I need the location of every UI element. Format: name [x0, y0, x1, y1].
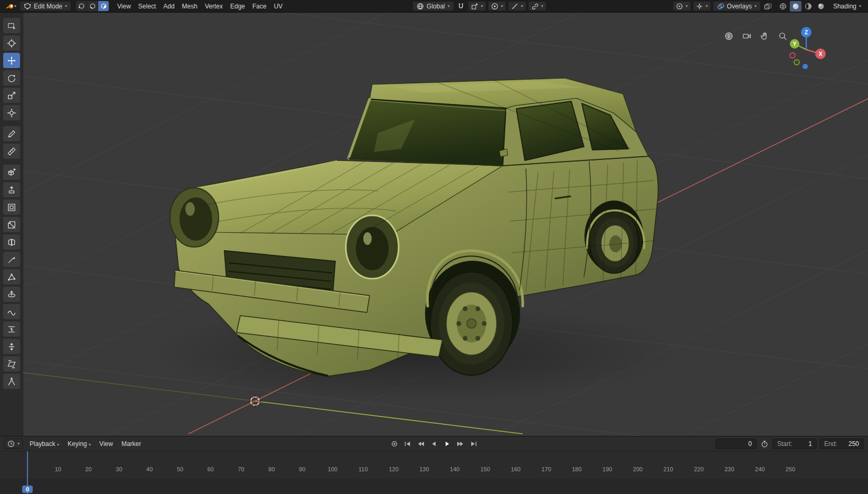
shading-material-button[interactable] [803, 1, 814, 12]
frame-tick-30: 30 [116, 466, 122, 472]
tool-add-cube[interactable] [3, 165, 20, 180]
snap-toggle[interactable] [456, 1, 466, 12]
timeline-ruler[interactable]: 0 10203040506070809010011012013014015016… [0, 451, 868, 494]
end-label: End: [824, 440, 837, 448]
frame-tick-140: 140 [450, 466, 459, 472]
tool-transform[interactable] [3, 105, 20, 120]
menu-add[interactable]: Add [159, 1, 178, 12]
timeline-menu-keying[interactable]: Keying ▾ [64, 438, 95, 450]
windshield [348, 99, 506, 166]
proportional-editing-toggle[interactable]: ▾ [488, 1, 506, 11]
snap-target-select[interactable]: ▾ [468, 1, 486, 11]
shading-solid-button[interactable] [790, 1, 801, 12]
overlays-toggle[interactable]: Overlays ▾ [713, 1, 761, 11]
orientation-label: Global [427, 3, 445, 10]
current-frame-value: 0 [748, 440, 752, 448]
falloff-curve-select[interactable]: ▾ [508, 1, 526, 11]
shading-wireframe-button[interactable] [777, 1, 789, 12]
mode-label: Edit Mode [34, 3, 62, 10]
timeline-menu-marker[interactable]: Marker [118, 438, 145, 450]
snap-link-options[interactable]: ▾ [528, 1, 546, 11]
current-frame-field[interactable]: 0 [715, 439, 757, 449]
play-button[interactable] [441, 439, 453, 449]
timeline-menus: Playback ▾Keying ▾ViewMarker [26, 438, 145, 450]
orientation-select[interactable]: Global ▾ [412, 1, 454, 11]
app-logo-icon[interactable]: ▾ [4, 1, 18, 12]
menu-view[interactable]: View [114, 1, 135, 12]
tool-extrude-region[interactable] [3, 182, 20, 197]
tool-rip-region[interactable] [3, 374, 20, 389]
tool-shrink-fatten[interactable] [3, 339, 20, 354]
tool-knife[interactable] [3, 252, 20, 267]
tool-shear[interactable] [3, 356, 20, 372]
topbar: ▾ Edit Mode ▾ ViewSelectAddMeshVert [0, 0, 868, 13]
viewport-canvas[interactable] [23, 13, 868, 436]
auto-keying-button[interactable] [389, 439, 400, 449]
jump-to-end-button[interactable] [468, 439, 479, 449]
frame-tick-160: 160 [511, 466, 521, 472]
tool-poly-build[interactable] [3, 269, 20, 284]
tool-loop-cut[interactable] [3, 234, 20, 250]
tool-edge-slide[interactable] [3, 321, 20, 337]
tool-rotate[interactable] [3, 70, 20, 86]
playhead-frame-chip: 0 [22, 486, 33, 493]
tool-smooth[interactable] [3, 304, 20, 319]
mode-select[interactable]: Edit Mode ▾ [20, 1, 71, 11]
frame-tick-200: 200 [633, 466, 643, 472]
tool-scale[interactable] [3, 88, 20, 103]
tool-annotate[interactable] [3, 126, 20, 141]
editor-type-select[interactable]: ▾ [4, 439, 23, 449]
tool-move[interactable] [3, 53, 20, 68]
gizmos-toggle[interactable]: ▾ [693, 1, 711, 11]
pan-hand-icon[interactable] [758, 30, 771, 42]
timeline-menu-view[interactable]: View [96, 438, 117, 450]
menu-uv[interactable]: UV [270, 1, 287, 12]
frame-tick-80: 80 [268, 466, 275, 472]
start-frame-field[interactable]: Start: 1 [772, 439, 817, 449]
xray-toggle[interactable] [762, 1, 773, 12]
vertex-select-button[interactable] [76, 1, 87, 11]
edge-select-button[interactable] [87, 1, 98, 11]
gizmo-y-neg[interactable] [794, 60, 799, 65]
next-keyframe-button[interactable] [455, 439, 466, 449]
camera-view-icon[interactable] [740, 30, 753, 42]
orthographic-toggle-icon[interactable] [722, 30, 735, 42]
menu-select[interactable]: Select [135, 1, 159, 12]
tool-cursor[interactable] [3, 35, 20, 51]
shading-label: Shading [833, 3, 856, 10]
end-value: 250 [848, 440, 859, 448]
gizmo-x-label: X [819, 51, 823, 57]
gizmo-z-neg[interactable] [803, 64, 808, 69]
viewport-3d[interactable]: Z X Y [23, 13, 868, 436]
menu-edge[interactable]: Edge [227, 1, 249, 12]
tool-bevel[interactable] [3, 217, 20, 232]
prev-keyframe-button[interactable] [415, 439, 427, 449]
menu-face[interactable]: Face [249, 1, 270, 12]
timeline-menubar: ▾ Playback ▾Keying ▾ViewMarker 0 Start: … [0, 436, 868, 451]
start-value: 1 [808, 440, 812, 448]
frame-tick-130: 130 [419, 466, 429, 472]
shading-rendered-button[interactable] [815, 1, 827, 12]
timeline-editor: ▾ Playback ▾Keying ▾ViewMarker 0 Start: … [0, 436, 868, 494]
play-reverse-button[interactable] [428, 439, 440, 449]
start-label: Start: [777, 440, 792, 448]
frame-tick-180: 180 [572, 466, 581, 472]
shading-popover-button[interactable]: Shading ▾ [831, 3, 864, 10]
preview-range-toggle[interactable] [759, 439, 770, 449]
face-select-button[interactable] [98, 1, 109, 11]
end-frame-field[interactable]: End: 250 [819, 439, 864, 449]
app-menu-caret: ▾ [14, 4, 16, 8]
pivot-point-select[interactable]: ▾ [673, 1, 691, 11]
tool-measure[interactable] [3, 144, 20, 159]
gizmo-x-neg[interactable] [790, 53, 795, 58]
tool-inset-faces[interactable] [3, 200, 20, 215]
tool-spin[interactable] [3, 287, 20, 302]
menu-mesh[interactable]: Mesh [178, 1, 201, 12]
transport-controls [389, 439, 479, 449]
jump-to-start-button[interactable] [402, 439, 413, 449]
menu-vertex[interactable]: Vertex [201, 1, 227, 12]
tool-select-box[interactable] [3, 18, 20, 33]
timeline-menu-playback[interactable]: Playback ▾ [26, 438, 63, 450]
navigation-gizmo[interactable]: Z X Y [784, 24, 829, 70]
frame-tick-170: 170 [541, 466, 551, 472]
